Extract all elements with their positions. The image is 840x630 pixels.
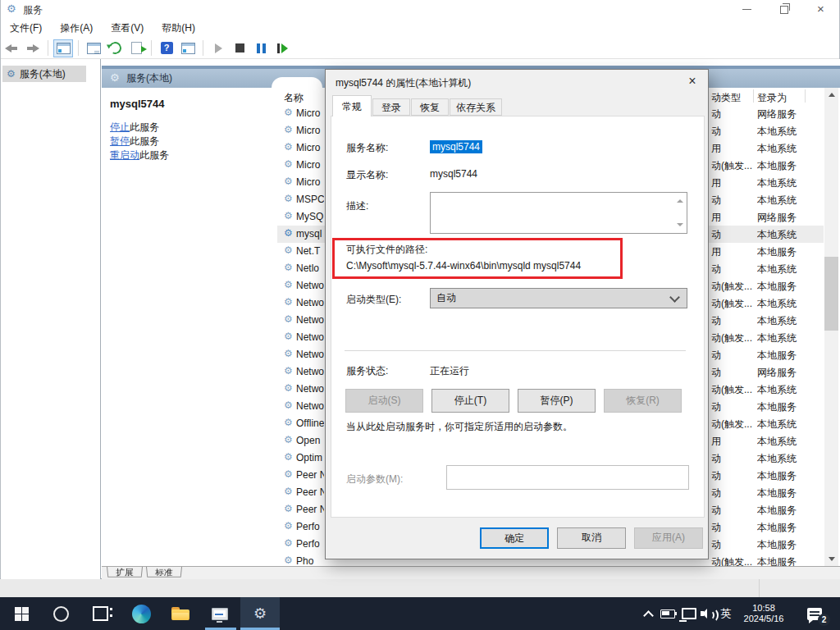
tray-expand-button[interactable]: [638, 597, 658, 630]
menu-view[interactable]: 查看(V): [102, 20, 153, 36]
file-explorer-button[interactable]: [162, 597, 199, 630]
logon-as-cell: 本地系统: [757, 418, 823, 431]
minimize-button[interactable]: [728, 0, 765, 18]
properties-button[interactable]: [84, 39, 103, 57]
cancel-button[interactable]: 取消: [557, 527, 626, 549]
menu-action[interactable]: 操作(A): [51, 20, 102, 36]
notification-center-button[interactable]: 2: [794, 597, 835, 630]
scroll-down-icon[interactable]: [677, 223, 683, 226]
scroll-up-icon[interactable]: [677, 199, 683, 203]
tab-recovery[interactable]: 恢复: [411, 98, 449, 116]
logon-as-cell: 本地系统: [757, 228, 823, 242]
service-name-cell: Netwo: [296, 366, 324, 377]
pause-service-button[interactable]: [251, 39, 271, 57]
restart-service-link[interactable]: 重启动此服务: [110, 148, 169, 162]
banner-title: 服务(本地): [126, 71, 172, 85]
toolbar: ?: [1, 38, 839, 59]
service-gear-icon: ⚙: [284, 331, 293, 342]
clock[interactable]: 10:58 2024/5/16: [737, 597, 791, 630]
column-header-startup-type[interactable]: 动类型: [711, 91, 741, 105]
startup-type-cell: 动(触发...: [711, 331, 752, 345]
task-view-icon: [93, 606, 108, 621]
stop-service-button[interactable]: [230, 39, 249, 57]
service-name-cell: Netwo: [296, 349, 324, 360]
edge-button[interactable]: [123, 597, 159, 630]
forward-button[interactable]: [23, 39, 43, 57]
service-name-cell: Net.T: [296, 245, 324, 257]
logon-as-cell: 本地系统: [757, 331, 823, 345]
column-header-name[interactable]: 名称: [284, 91, 304, 105]
battery-tray-button[interactable]: [656, 597, 679, 630]
service-gear-icon: ⚙: [284, 262, 293, 273]
startup-type-cell: 动: [711, 452, 752, 466]
scroll-down-icon[interactable]: [824, 552, 838, 566]
ok-button[interactable]: 确定: [480, 527, 549, 549]
back-button[interactable]: [2, 39, 21, 57]
back-icon: [5, 44, 18, 52]
task-view-button[interactable]: [82, 597, 118, 630]
pause-button[interactable]: 暂停(P): [518, 389, 596, 413]
startup-type-cell: 动: [711, 400, 752, 414]
menu-help[interactable]: 帮助(H): [153, 20, 204, 36]
selected-service-name: mysql5744: [110, 98, 165, 110]
tab-general[interactable]: 常规: [332, 95, 372, 116]
help-button[interactable]: ?: [157, 39, 176, 57]
startup-type-cell: 动(触发...: [711, 297, 752, 311]
start-button[interactable]: [3, 597, 39, 630]
tab-logon[interactable]: 登录: [372, 98, 410, 116]
tab-extended[interactable]: 扩展: [107, 567, 143, 578]
services-taskbar-button[interactable]: ⚙: [240, 597, 280, 630]
scrollbar-thumb[interactable]: [824, 257, 838, 331]
service-gear-icon: ⚙: [284, 417, 293, 428]
tree-item-label: 服务(本地): [20, 67, 66, 81]
description-field[interactable]: [430, 192, 687, 234]
pause-service-icon: [257, 43, 266, 53]
performance-monitor-button[interactable]: [202, 597, 238, 630]
search-button[interactable]: [43, 597, 79, 630]
service-name-cell: Open: [296, 435, 324, 446]
scroll-up-icon[interactable]: [824, 88, 838, 102]
search-icon: [53, 606, 69, 622]
service-name-cell: Netwo: [296, 280, 324, 291]
service-gear-icon: ⚙: [284, 503, 293, 514]
logon-as-cell: 本地服务: [757, 349, 823, 363]
pause-service-link[interactable]: 暂停此服务: [110, 135, 159, 148]
start-params-label: 启动参数(M):: [346, 472, 403, 486]
tree-item-services-local[interactable]: ⚙ 服务(本地): [2, 66, 86, 82]
dialog-close-button[interactable]: ×: [680, 71, 705, 91]
list-scrollbar[interactable]: [824, 88, 838, 566]
console-tree-panel: ⚙ 服务(本地): [1, 59, 101, 579]
service-name-cell: Pho: [296, 555, 324, 566]
service-gear-icon: ⚙: [284, 434, 293, 445]
dialog-title: mysql5744 的属性(本地计算机): [336, 76, 471, 90]
start-params-input[interactable]: [446, 465, 689, 490]
logon-as-cell: 本地系统: [757, 314, 823, 328]
refresh-icon: [107, 40, 122, 56]
column-header-logon-as[interactable]: 登录为: [757, 91, 787, 105]
service-status-label: 服务状态:: [346, 364, 388, 378]
close-button[interactable]: ×: [802, 0, 839, 18]
app-gear-icon: ⚙: [7, 2, 16, 15]
logon-as-cell: 本地系统: [757, 383, 823, 397]
ime-indicator[interactable]: 英: [715, 597, 737, 630]
refresh-button[interactable]: [105, 39, 125, 57]
service-name-cell: Netwo: [296, 331, 324, 343]
tab-standard[interactable]: 标准: [146, 567, 182, 578]
export-list-button[interactable]: [126, 39, 146, 57]
startup-type-dropdown[interactable]: 自动: [430, 288, 687, 308]
service-name-cell: Micro: [296, 159, 324, 171]
show-window-button[interactable]: [178, 39, 198, 57]
stop-service-link[interactable]: 停止此服务: [110, 121, 159, 134]
network-icon: [682, 608, 696, 619]
stop-button[interactable]: 停止(T): [431, 389, 509, 413]
start-service-button[interactable]: [208, 39, 228, 57]
menu-file[interactable]: 文件(F): [1, 20, 51, 36]
show-console-tree-button[interactable]: [53, 39, 73, 57]
startup-type-cell: 动(触发...: [711, 555, 752, 566]
restore-button[interactable]: [765, 0, 802, 18]
view-tabstrip: 扩展 标准: [102, 566, 840, 579]
gear-icon: ⚙: [7, 68, 16, 80]
tab-dependencies[interactable]: 依存关系: [450, 98, 502, 116]
restart-service-button[interactable]: [272, 39, 292, 57]
service-gear-icon: ⚙: [284, 537, 293, 549]
